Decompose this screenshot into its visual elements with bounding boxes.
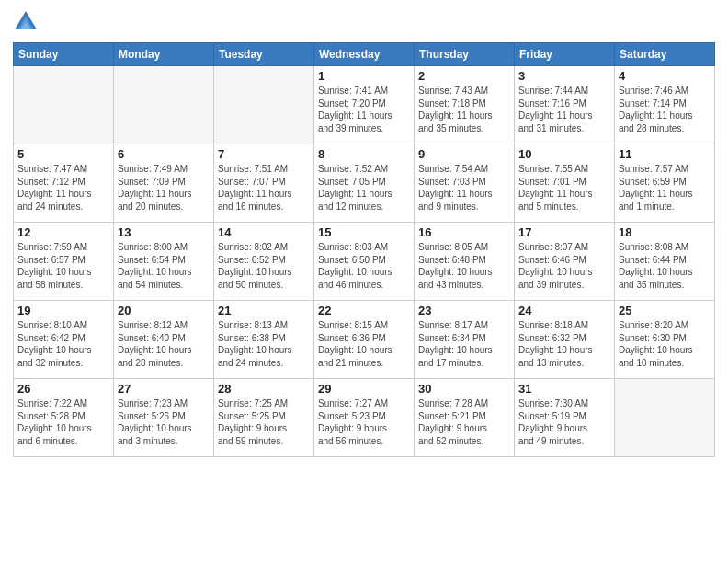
day-info: Sunrise: 7:30 AM Sunset: 5:19 PM Dayligh… [518, 397, 610, 447]
day-info: Sunrise: 7:44 AM Sunset: 7:16 PM Dayligh… [518, 85, 610, 134]
day-info: Sunrise: 8:08 AM Sunset: 6:44 PM Dayligh… [619, 241, 711, 291]
calendar-cell: 25Sunrise: 8:20 AM Sunset: 6:30 PM Dayli… [615, 301, 715, 379]
day-number: 24 [518, 304, 610, 317]
day-info: Sunrise: 7:51 AM Sunset: 7:07 PM Dayligh… [218, 163, 310, 213]
day-number: 23 [418, 304, 510, 317]
day-info: Sunrise: 8:07 AM Sunset: 6:46 PM Dayligh… [518, 241, 610, 291]
calendar-cell: 19Sunrise: 8:10 AM Sunset: 6:42 PM Dayli… [14, 301, 114, 379]
day-number: 11 [619, 147, 711, 161]
calendar-cell: 31Sunrise: 7:30 AM Sunset: 5:19 PM Dayli… [515, 379, 615, 457]
day-number: 30 [418, 382, 510, 396]
day-info: Sunrise: 7:46 AM Sunset: 7:14 PM Dayligh… [619, 85, 711, 134]
calendar-cell [214, 66, 314, 144]
day-info: Sunrise: 7:25 AM Sunset: 5:25 PM Dayligh… [218, 397, 310, 447]
day-info: Sunrise: 7:41 AM Sunset: 7:20 PM Dayligh… [318, 85, 410, 134]
day-info: Sunrise: 8:03 AM Sunset: 6:50 PM Dayligh… [318, 241, 410, 291]
day-number: 1 [318, 69, 410, 83]
calendar-cell: 23Sunrise: 8:17 AM Sunset: 6:34 PM Dayli… [415, 301, 515, 379]
calendar-cell: 9Sunrise: 7:54 AM Sunset: 7:03 PM Daylig… [415, 144, 515, 223]
calendar-cell: 24Sunrise: 8:18 AM Sunset: 6:32 PM Dayli… [515, 301, 615, 379]
day-info: Sunrise: 7:27 AM Sunset: 5:23 PM Dayligh… [318, 397, 410, 447]
day-number: 16 [418, 225, 510, 239]
calendar-cell: 15Sunrise: 8:03 AM Sunset: 6:50 PM Dayli… [314, 223, 415, 301]
day-number: 5 [17, 147, 109, 161]
calendar-cell: 2Sunrise: 7:43 AM Sunset: 7:18 PM Daylig… [415, 66, 515, 144]
day-info: Sunrise: 7:52 AM Sunset: 7:05 PM Dayligh… [318, 163, 410, 213]
calendar-cell: 11Sunrise: 7:57 AM Sunset: 6:59 PM Dayli… [615, 144, 715, 223]
day-number: 31 [518, 382, 610, 396]
day-number: 27 [118, 382, 210, 396]
day-info: Sunrise: 7:55 AM Sunset: 7:01 PM Dayligh… [518, 163, 610, 213]
day-info: Sunrise: 7:54 AM Sunset: 7:03 PM Dayligh… [418, 163, 510, 213]
day-number: 3 [518, 69, 610, 83]
day-info: Sunrise: 8:05 AM Sunset: 6:48 PM Dayligh… [418, 241, 510, 291]
day-number: 25 [619, 304, 711, 317]
day-number: 4 [619, 69, 711, 83]
calendar-cell: 17Sunrise: 8:07 AM Sunset: 6:46 PM Dayli… [515, 223, 615, 301]
day-number: 15 [318, 225, 410, 239]
calendar-week-3: 19Sunrise: 8:10 AM Sunset: 6:42 PM Dayli… [14, 301, 715, 379]
header-thursday: Thursday [415, 43, 515, 66]
calendar-cell: 4Sunrise: 7:46 AM Sunset: 7:14 PM Daylig… [615, 66, 715, 144]
header-monday: Monday [114, 43, 214, 66]
header [13, 9, 715, 35]
header-tuesday: Tuesday [214, 43, 314, 66]
day-number: 19 [17, 304, 109, 317]
day-number: 22 [318, 304, 410, 317]
calendar: Sunday Monday Tuesday Wednesday Thursday… [13, 42, 715, 457]
calendar-cell: 5Sunrise: 7:47 AM Sunset: 7:12 PM Daylig… [14, 144, 114, 223]
calendar-week-1: 5Sunrise: 7:47 AM Sunset: 7:12 PM Daylig… [14, 144, 715, 223]
calendar-cell: 6Sunrise: 7:49 AM Sunset: 7:09 PM Daylig… [114, 144, 214, 223]
day-number: 10 [518, 147, 610, 161]
day-number: 6 [118, 147, 210, 161]
calendar-cell: 26Sunrise: 7:22 AM Sunset: 5:28 PM Dayli… [14, 379, 114, 457]
calendar-cell: 22Sunrise: 8:15 AM Sunset: 6:36 PM Dayli… [314, 301, 415, 379]
day-info: Sunrise: 7:59 AM Sunset: 6:57 PM Dayligh… [17, 241, 109, 291]
day-number: 26 [17, 382, 109, 396]
calendar-cell [615, 379, 715, 457]
calendar-cell: 28Sunrise: 7:25 AM Sunset: 5:25 PM Dayli… [214, 379, 314, 457]
calendar-cell [14, 66, 114, 144]
day-info: Sunrise: 8:18 AM Sunset: 6:32 PM Dayligh… [518, 319, 610, 369]
day-info: Sunrise: 8:10 AM Sunset: 6:42 PM Dayligh… [17, 319, 109, 369]
header-wednesday: Wednesday [314, 43, 415, 66]
day-info: Sunrise: 8:17 AM Sunset: 6:34 PM Dayligh… [418, 319, 510, 369]
calendar-cell: 10Sunrise: 7:55 AM Sunset: 7:01 PM Dayli… [515, 144, 615, 223]
header-sunday: Sunday [14, 43, 114, 66]
day-number: 2 [418, 69, 510, 83]
weekday-header-row: Sunday Monday Tuesday Wednesday Thursday… [14, 43, 715, 66]
calendar-cell: 29Sunrise: 7:27 AM Sunset: 5:23 PM Dayli… [314, 379, 415, 457]
day-number: 20 [118, 304, 210, 317]
day-number: 14 [218, 225, 310, 239]
calendar-cell: 30Sunrise: 7:28 AM Sunset: 5:21 PM Dayli… [415, 379, 515, 457]
calendar-cell: 7Sunrise: 7:51 AM Sunset: 7:07 PM Daylig… [214, 144, 314, 223]
calendar-cell: 8Sunrise: 7:52 AM Sunset: 7:05 PM Daylig… [314, 144, 415, 223]
day-info: Sunrise: 8:12 AM Sunset: 6:40 PM Dayligh… [118, 319, 210, 369]
calendar-week-4: 26Sunrise: 7:22 AM Sunset: 5:28 PM Dayli… [14, 379, 715, 457]
day-info: Sunrise: 7:23 AM Sunset: 5:26 PM Dayligh… [118, 397, 210, 447]
calendar-cell: 13Sunrise: 8:00 AM Sunset: 6:54 PM Dayli… [114, 223, 214, 301]
day-number: 7 [218, 147, 310, 161]
header-friday: Friday [515, 43, 615, 66]
calendar-cell: 12Sunrise: 7:59 AM Sunset: 6:57 PM Dayli… [14, 223, 114, 301]
calendar-cell: 16Sunrise: 8:05 AM Sunset: 6:48 PM Dayli… [415, 223, 515, 301]
day-info: Sunrise: 7:49 AM Sunset: 7:09 PM Dayligh… [118, 163, 210, 213]
day-number: 18 [619, 225, 711, 239]
calendar-week-0: 1Sunrise: 7:41 AM Sunset: 7:20 PM Daylig… [14, 66, 715, 144]
calendar-cell: 27Sunrise: 7:23 AM Sunset: 5:26 PM Dayli… [114, 379, 214, 457]
day-number: 17 [518, 225, 610, 239]
day-number: 29 [318, 382, 410, 396]
day-info: Sunrise: 8:20 AM Sunset: 6:30 PM Dayligh… [619, 319, 711, 369]
calendar-cell: 21Sunrise: 8:13 AM Sunset: 6:38 PM Dayli… [214, 301, 314, 379]
calendar-cell: 3Sunrise: 7:44 AM Sunset: 7:16 PM Daylig… [515, 66, 615, 144]
day-number: 9 [418, 147, 510, 161]
header-saturday: Saturday [615, 43, 715, 66]
day-info: Sunrise: 7:57 AM Sunset: 6:59 PM Dayligh… [619, 163, 711, 213]
day-info: Sunrise: 8:13 AM Sunset: 6:38 PM Dayligh… [218, 319, 310, 369]
calendar-cell: 14Sunrise: 8:02 AM Sunset: 6:52 PM Dayli… [214, 223, 314, 301]
day-number: 21 [218, 304, 310, 317]
page: Sunday Monday Tuesday Wednesday Thursday… [0, 0, 728, 563]
logo [13, 9, 40, 35]
day-info: Sunrise: 8:02 AM Sunset: 6:52 PM Dayligh… [218, 241, 310, 291]
day-info: Sunrise: 7:43 AM Sunset: 7:18 PM Dayligh… [418, 85, 510, 134]
